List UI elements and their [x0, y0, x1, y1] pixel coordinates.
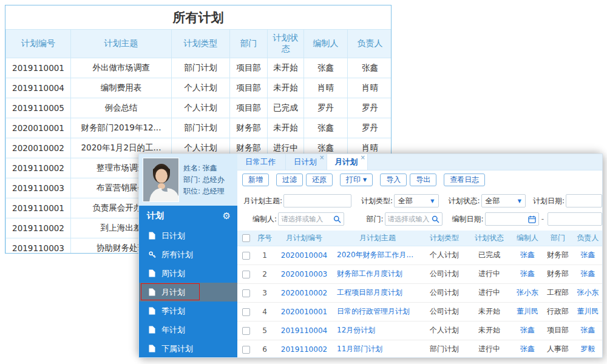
sidebar-item-label: 下属计划 [161, 343, 193, 354]
plan-code-link[interactable]: 2020010002 [281, 289, 327, 297]
button-label: 打印 [346, 175, 361, 185]
plan-date-input[interactable] [566, 194, 602, 207]
owner-link[interactable]: 张鑫 [581, 326, 595, 334]
sidebar-item-weekly-plan[interactable]: 周计划 [139, 264, 237, 283]
table-cell: 张鑫 [512, 340, 543, 357]
sidebar-item-monthly-plan[interactable]: 月计划 [139, 283, 237, 302]
monthly-plan-window: 姓名: 张鑫 部门: 总经办 职位: 总经理 计划 ⚙ 日计划所有计划周计划月计… [138, 153, 603, 358]
plan-subject-link[interactable]: 12月份计划 [337, 326, 375, 334]
table-cell [237, 302, 254, 321]
import-button[interactable]: 导入 [380, 174, 407, 186]
table-cell: 6 [254, 340, 275, 357]
creator-link[interactable]: 张鑫 [520, 269, 535, 278]
plan-code-link[interactable]: 2019110004 [281, 326, 327, 335]
table-cell: 已完成 [268, 98, 304, 118]
close-icon[interactable]: × [361, 155, 365, 161]
filter-button[interactable]: 过滤 [276, 174, 303, 186]
sidebar-item-annual-plan[interactable]: 年计划 [139, 320, 237, 339]
row-checkbox[interactable] [242, 289, 250, 297]
screen: 所有计划 计划编号计划主题计划类型部门计划状态编制人负责人 2019110001… [0, 0, 607, 364]
creator-link[interactable]: 张鑫 [520, 326, 535, 334]
type-select[interactable]: 全部 ▼ [394, 194, 438, 207]
row-checkbox[interactable] [242, 271, 250, 278]
table-cell: 日常的行政管理月计划 [333, 302, 422, 321]
create-date-to-input[interactable] [548, 212, 602, 226]
plan-subject-link[interactable]: 工程项目部月度计划 [337, 288, 402, 297]
create-date-from[interactable] [485, 212, 539, 226]
table-cell: 项目部 [230, 78, 268, 98]
plan-code-link[interactable]: 2020010001 [281, 308, 327, 316]
table-cell: 外出做市场调查 [71, 58, 172, 78]
creator-link[interactable]: 张鑫 [520, 345, 535, 353]
add-button[interactable]: 新增 [242, 174, 269, 186]
owner-link[interactable]: 罗毅 [581, 345, 595, 353]
table-cell: 2019110001 [6, 198, 71, 218]
tab-label: 月计划 [335, 157, 358, 166]
department-search-box[interactable] [385, 212, 443, 226]
row-checkbox[interactable] [242, 252, 250, 260]
owner-link[interactable]: 张鑫 [581, 251, 595, 259]
table-cell: 2020010001 [6, 118, 71, 138]
plan-subject-link[interactable]: 日常的行政管理月计划 [337, 307, 410, 315]
row-checkbox[interactable] [242, 308, 250, 316]
create-date-from-input[interactable] [488, 215, 528, 223]
table-cell: 张鑫 [512, 321, 543, 340]
table-row: 2020010001财务部门2019年12...部门计划财务部未开始张鑫罗丹 [6, 118, 392, 138]
creator-link[interactable]: 张鑫 [520, 251, 535, 259]
plan-code-link[interactable]: 2019110002 [281, 345, 327, 354]
creator-link[interactable]: 董川民 [517, 307, 538, 315]
owner-link[interactable]: 董川民 [577, 307, 599, 315]
table-row: 32020010002工程项目部月度计划公司计划进行中张小东工程部张小东 [237, 283, 602, 302]
column-header: 部门 [543, 231, 572, 246]
tab-daily-plan[interactable]: 日计划× [286, 154, 327, 170]
plan-subject-link[interactable]: 11月部门计划 [337, 345, 382, 353]
table-cell: 张鑫 [348, 58, 392, 78]
file-icon [148, 345, 156, 352]
reset-button[interactable]: 还原 [306, 174, 333, 186]
column-header: 计划类型 [422, 231, 467, 246]
subject-input[interactable] [283, 194, 351, 207]
subject-filter-label: 月计划主题: [243, 196, 282, 206]
column-header: 部门 [230, 30, 268, 58]
plan-subject-link[interactable]: 财务部工作月度计划 [337, 269, 402, 278]
table-row: 120200100042020年财务部工作月...个人计划已完成张鑫财务部张鑫 [237, 246, 602, 265]
table-cell: 2019110001 [6, 58, 71, 78]
creator-link[interactable]: 张小东 [517, 288, 538, 297]
sidebar-item-quarterly-plan[interactable]: 季计划 [139, 302, 237, 320]
gear-icon[interactable]: ⚙ [223, 211, 231, 221]
column-header: 计划主题 [71, 30, 172, 58]
status-select[interactable]: 全部 ▼ [481, 194, 526, 207]
sidebar-item-daily-plan[interactable]: 日计划 [139, 226, 237, 245]
plan-subject-link[interactable]: 2020年财务部工作月... [337, 251, 413, 259]
sidebar-item-all-plans[interactable]: 所有计划 [139, 245, 237, 264]
table-cell: 财务部 [230, 118, 268, 138]
chevron-down-icon: ▼ [363, 178, 367, 183]
row-checkbox[interactable] [242, 327, 250, 335]
owner-link[interactable]: 张小东 [577, 288, 599, 297]
column-header: 月计划编号 [275, 231, 333, 246]
view-log-button[interactable]: 查看日志 [444, 174, 485, 186]
owner-link[interactable]: 张鑫 [581, 269, 595, 278]
table-cell: 个人计划 [172, 98, 230, 118]
table-cell: 张鑫 [304, 58, 348, 78]
sidebar-header: 计划 ⚙ [139, 206, 237, 226]
creator-input[interactable] [281, 215, 333, 223]
table-cell: 罗丹 [348, 98, 392, 118]
print-button[interactable]: 打印▼ [340, 174, 373, 186]
plan-code-link[interactable]: 2020010003 [281, 270, 327, 278]
export-button[interactable]: 导出 [410, 174, 436, 186]
department-input[interactable] [388, 215, 432, 223]
table-cell: 人事部 [543, 340, 572, 357]
table-header-row: 序号月计划编号月计划主题计划类型计划状态编制人部门负责人 [237, 231, 602, 246]
table-cell: 2019110002 [6, 158, 71, 178]
tab-monthly-plan[interactable]: 月计划× [327, 154, 368, 170]
creator-search-box[interactable] [278, 212, 344, 226]
row-checkbox[interactable] [242, 346, 250, 354]
tab-daily-work[interactable]: 日常工作 [237, 154, 286, 170]
select-all-checkbox[interactable] [242, 234, 250, 242]
column-header: 编制人 [304, 30, 348, 58]
close-icon[interactable]: × [319, 155, 324, 161]
sidebar-item-subordinate-plans[interactable]: 下属计划 [139, 339, 237, 357]
filter-area: 月计划主题: 计划类型: 全部 ▼ 计划状态: 全部 ▼ 计划日期: [237, 189, 602, 231]
plan-code-link[interactable]: 2020010004 [281, 251, 327, 260]
